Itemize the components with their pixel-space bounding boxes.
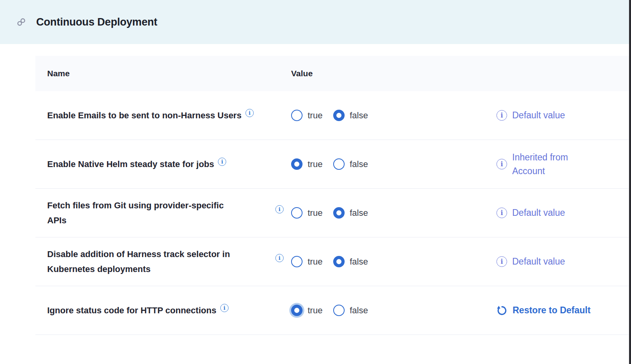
setting-label: Ignore status code for HTTP connections	[47, 305, 216, 315]
radio-option-false[interactable]: false	[333, 110, 368, 121]
radio-option-false[interactable]: false	[333, 158, 368, 170]
setting-value-cell: i true false	[275, 158, 496, 170]
column-header-value: Value	[275, 69, 496, 78]
table-body: Enable Emails to be sent to non-Harness …	[35, 91, 629, 335]
status-label[interactable]: Restore to Default	[513, 303, 590, 317]
setting-status-cell[interactable]: i Restore to Default	[496, 303, 629, 317]
restore-icon[interactable]	[496, 305, 507, 316]
radio-true-label: true	[308, 159, 323, 169]
table-row: Fetch files from Git using provider-spec…	[35, 189, 629, 237]
info-icon[interactable]: i	[220, 304, 229, 312]
window-right-edge	[629, 0, 631, 364]
setting-status-cell: i Default value	[496, 255, 629, 268]
setting-name-cell: Enable Native Helm steady state for jobs…	[35, 157, 275, 172]
setting-value-cell: i true false	[275, 256, 496, 267]
value-info-slot: i	[275, 257, 291, 266]
radio-option-false[interactable]: false	[333, 207, 368, 219]
radio-option-false[interactable]: false	[333, 305, 368, 316]
info-icon[interactable]: i	[245, 109, 254, 117]
settings-table: Name Value Enable Emails to be sent to n…	[35, 56, 629, 335]
setting-name-cell: Fetch files from Git using provider-spec…	[35, 198, 275, 228]
radio-false-circle[interactable]	[333, 110, 345, 121]
table-row: Enable Emails to be sent to non-Harness …	[35, 91, 629, 140]
setting-value-cell: i true false	[275, 207, 496, 219]
radio-option-true[interactable]: true	[291, 256, 323, 267]
info-icon[interactable]: i	[275, 254, 284, 262]
column-header-name: Name	[35, 69, 275, 78]
radio-false-label: false	[350, 208, 368, 218]
radio-false-circle[interactable]	[333, 158, 345, 170]
table-header: Name Value	[35, 56, 629, 91]
radio-true-label: true	[308, 208, 323, 218]
radio-option-true[interactable]: true	[291, 305, 323, 316]
setting-status-cell: i Default value	[496, 108, 629, 122]
info-icon[interactable]: i	[275, 205, 284, 213]
table-row: Ignore status code for HTTP connectionsi…	[35, 286, 629, 335]
setting-status-cell: i Inherited from Account	[496, 151, 629, 178]
radio-false-circle[interactable]	[333, 305, 345, 316]
setting-value-cell: i true false	[275, 305, 496, 316]
setting-label: Fetch files from Git using provider-spec…	[47, 200, 224, 225]
radio-true-circle[interactable]	[291, 110, 303, 121]
radio-false-label: false	[350, 305, 368, 316]
info-icon[interactable]: i	[496, 110, 507, 121]
info-icon[interactable]: i	[496, 256, 507, 267]
radio-true-circle[interactable]	[291, 256, 303, 267]
radio-option-true[interactable]: true	[291, 110, 323, 121]
radio-false-circle[interactable]	[333, 207, 345, 219]
setting-value-cell: i true false	[275, 110, 496, 121]
radio-true-circle[interactable]	[291, 207, 303, 219]
setting-name-cell: Enable Emails to be sent to non-Harness …	[35, 108, 275, 123]
section-header: Continuous Deployment	[0, 0, 631, 44]
link-icon[interactable]	[17, 17, 26, 27]
status-label: Inherited from Account	[512, 151, 568, 178]
info-icon[interactable]: i	[218, 158, 226, 166]
table-row: Enable Native Helm steady state for jobs…	[35, 140, 629, 189]
setting-name-cell: Disable addition of Harness track select…	[35, 247, 275, 277]
radio-option-true[interactable]: true	[291, 207, 323, 219]
radio-option-false[interactable]: false	[333, 256, 368, 267]
table-row: Disable addition of Harness track select…	[35, 237, 629, 286]
radio-true-label: true	[308, 257, 323, 267]
status-label: Default value	[512, 206, 565, 220]
info-icon[interactable]: i	[496, 208, 507, 218]
setting-status-cell: i Default value	[496, 206, 629, 220]
page-title: Continuous Deployment	[36, 16, 157, 28]
status-label: Default value	[512, 255, 565, 268]
radio-false-label: false	[350, 257, 368, 267]
radio-false-label: false	[350, 110, 368, 121]
info-icon[interactable]: i	[496, 159, 507, 169]
radio-false-label: false	[350, 159, 368, 169]
setting-label: Disable addition of Harness track select…	[47, 249, 230, 274]
radio-option-true[interactable]: true	[291, 158, 323, 170]
radio-false-circle[interactable]	[333, 256, 345, 267]
radio-true-circle[interactable]	[291, 305, 303, 316]
radio-true-label: true	[308, 305, 323, 316]
setting-name-cell: Ignore status code for HTTP connectionsi	[35, 303, 275, 318]
radio-true-label: true	[308, 110, 323, 121]
setting-label: Enable Native Helm steady state for jobs	[47, 159, 214, 169]
status-label: Default value	[512, 108, 565, 122]
value-info-slot: i	[275, 209, 291, 217]
radio-true-circle[interactable]	[291, 158, 303, 170]
setting-label: Enable Emails to be sent to non-Harness …	[47, 110, 242, 120]
